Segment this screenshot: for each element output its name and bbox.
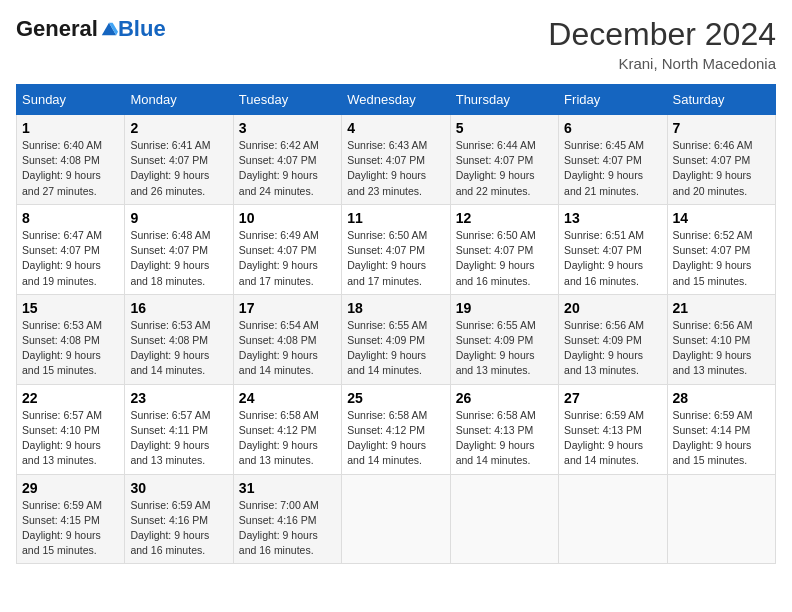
day-info: Sunrise: 6:48 AMSunset: 4:07 PMDaylight:… [130, 228, 227, 289]
calendar-cell: 18 Sunrise: 6:55 AMSunset: 4:09 PMDaylig… [342, 294, 450, 384]
calendar-cell: 28 Sunrise: 6:59 AMSunset: 4:14 PMDaylig… [667, 384, 775, 474]
day-info: Sunrise: 6:58 AMSunset: 4:13 PMDaylight:… [456, 408, 553, 469]
day-number: 7 [673, 120, 770, 136]
calendar-cell: 23 Sunrise: 6:57 AMSunset: 4:11 PMDaylig… [125, 384, 233, 474]
calendar-cell: 3 Sunrise: 6:42 AMSunset: 4:07 PMDayligh… [233, 115, 341, 205]
calendar-cell: 30 Sunrise: 6:59 AMSunset: 4:16 PMDaylig… [125, 474, 233, 564]
header-wednesday: Wednesday [342, 85, 450, 115]
day-info: Sunrise: 6:43 AMSunset: 4:07 PMDaylight:… [347, 138, 444, 199]
day-info: Sunrise: 6:54 AMSunset: 4:08 PMDaylight:… [239, 318, 336, 379]
calendar-cell: 25 Sunrise: 6:58 AMSunset: 4:12 PMDaylig… [342, 384, 450, 474]
day-number: 12 [456, 210, 553, 226]
day-number: 28 [673, 390, 770, 406]
day-number: 29 [22, 480, 119, 496]
day-number: 10 [239, 210, 336, 226]
calendar-week-1: 1 Sunrise: 6:40 AMSunset: 4:08 PMDayligh… [17, 115, 776, 205]
calendar-cell: 2 Sunrise: 6:41 AMSunset: 4:07 PMDayligh… [125, 115, 233, 205]
day-info: Sunrise: 6:59 AMSunset: 4:16 PMDaylight:… [130, 498, 227, 559]
calendar-week-3: 15 Sunrise: 6:53 AMSunset: 4:08 PMDaylig… [17, 294, 776, 384]
header-friday: Friday [559, 85, 667, 115]
calendar-cell [559, 474, 667, 564]
calendar-cell: 21 Sunrise: 6:56 AMSunset: 4:10 PMDaylig… [667, 294, 775, 384]
calendar-cell: 17 Sunrise: 6:54 AMSunset: 4:08 PMDaylig… [233, 294, 341, 384]
calendar-cell: 9 Sunrise: 6:48 AMSunset: 4:07 PMDayligh… [125, 204, 233, 294]
calendar-cell: 29 Sunrise: 6:59 AMSunset: 4:15 PMDaylig… [17, 474, 125, 564]
calendar-week-2: 8 Sunrise: 6:47 AMSunset: 4:07 PMDayligh… [17, 204, 776, 294]
day-number: 24 [239, 390, 336, 406]
calendar-cell: 7 Sunrise: 6:46 AMSunset: 4:07 PMDayligh… [667, 115, 775, 205]
day-info: Sunrise: 6:55 AMSunset: 4:09 PMDaylight:… [347, 318, 444, 379]
day-number: 31 [239, 480, 336, 496]
day-number: 16 [130, 300, 227, 316]
day-number: 2 [130, 120, 227, 136]
day-number: 27 [564, 390, 661, 406]
calendar-cell: 15 Sunrise: 6:53 AMSunset: 4:08 PMDaylig… [17, 294, 125, 384]
day-info: Sunrise: 6:59 AMSunset: 4:14 PMDaylight:… [673, 408, 770, 469]
calendar-cell: 10 Sunrise: 6:49 AMSunset: 4:07 PMDaylig… [233, 204, 341, 294]
header-saturday: Saturday [667, 85, 775, 115]
calendar-cell: 14 Sunrise: 6:52 AMSunset: 4:07 PMDaylig… [667, 204, 775, 294]
day-info: Sunrise: 6:55 AMSunset: 4:09 PMDaylight:… [456, 318, 553, 379]
calendar-cell: 27 Sunrise: 6:59 AMSunset: 4:13 PMDaylig… [559, 384, 667, 474]
calendar-cell [667, 474, 775, 564]
calendar-cell: 6 Sunrise: 6:45 AMSunset: 4:07 PMDayligh… [559, 115, 667, 205]
header-tuesday: Tuesday [233, 85, 341, 115]
day-info: Sunrise: 6:47 AMSunset: 4:07 PMDaylight:… [22, 228, 119, 289]
header-monday: Monday [125, 85, 233, 115]
day-number: 25 [347, 390, 444, 406]
calendar-cell: 22 Sunrise: 6:57 AMSunset: 4:10 PMDaylig… [17, 384, 125, 474]
calendar-week-5: 29 Sunrise: 6:59 AMSunset: 4:15 PMDaylig… [17, 474, 776, 564]
day-info: Sunrise: 6:49 AMSunset: 4:07 PMDaylight:… [239, 228, 336, 289]
month-title: December 2024 [548, 16, 776, 53]
logo: General Blue [16, 16, 166, 42]
day-number: 8 [22, 210, 119, 226]
day-info: Sunrise: 6:40 AMSunset: 4:08 PMDaylight:… [22, 138, 119, 199]
day-number: 11 [347, 210, 444, 226]
calendar-cell: 26 Sunrise: 6:58 AMSunset: 4:13 PMDaylig… [450, 384, 558, 474]
calendar-cell: 4 Sunrise: 6:43 AMSunset: 4:07 PMDayligh… [342, 115, 450, 205]
calendar-cell: 13 Sunrise: 6:51 AMSunset: 4:07 PMDaylig… [559, 204, 667, 294]
calendar-cell: 1 Sunrise: 6:40 AMSunset: 4:08 PMDayligh… [17, 115, 125, 205]
day-number: 20 [564, 300, 661, 316]
day-info: Sunrise: 6:45 AMSunset: 4:07 PMDaylight:… [564, 138, 661, 199]
day-info: Sunrise: 6:53 AMSunset: 4:08 PMDaylight:… [22, 318, 119, 379]
calendar-cell: 11 Sunrise: 6:50 AMSunset: 4:07 PMDaylig… [342, 204, 450, 294]
calendar-cell: 8 Sunrise: 6:47 AMSunset: 4:07 PMDayligh… [17, 204, 125, 294]
day-number: 3 [239, 120, 336, 136]
day-info: Sunrise: 7:00 AMSunset: 4:16 PMDaylight:… [239, 498, 336, 559]
calendar-cell [450, 474, 558, 564]
day-info: Sunrise: 6:52 AMSunset: 4:07 PMDaylight:… [673, 228, 770, 289]
location: Krani, North Macedonia [548, 55, 776, 72]
logo-blue: Blue [118, 16, 166, 42]
calendar-week-4: 22 Sunrise: 6:57 AMSunset: 4:10 PMDaylig… [17, 384, 776, 474]
day-number: 26 [456, 390, 553, 406]
calendar-cell: 24 Sunrise: 6:58 AMSunset: 4:12 PMDaylig… [233, 384, 341, 474]
calendar-cell: 20 Sunrise: 6:56 AMSunset: 4:09 PMDaylig… [559, 294, 667, 384]
day-info: Sunrise: 6:53 AMSunset: 4:08 PMDaylight:… [130, 318, 227, 379]
calendar-cell: 19 Sunrise: 6:55 AMSunset: 4:09 PMDaylig… [450, 294, 558, 384]
calendar-header-row: SundayMondayTuesdayWednesdayThursdayFrid… [17, 85, 776, 115]
day-info: Sunrise: 6:42 AMSunset: 4:07 PMDaylight:… [239, 138, 336, 199]
day-info: Sunrise: 6:51 AMSunset: 4:07 PMDaylight:… [564, 228, 661, 289]
day-info: Sunrise: 6:56 AMSunset: 4:10 PMDaylight:… [673, 318, 770, 379]
logo-icon [100, 20, 118, 38]
header: General Blue December 2024 Krani, North … [16, 16, 776, 72]
day-number: 15 [22, 300, 119, 316]
header-sunday: Sunday [17, 85, 125, 115]
calendar-cell: 16 Sunrise: 6:53 AMSunset: 4:08 PMDaylig… [125, 294, 233, 384]
day-info: Sunrise: 6:41 AMSunset: 4:07 PMDaylight:… [130, 138, 227, 199]
title-area: December 2024 Krani, North Macedonia [548, 16, 776, 72]
day-number: 17 [239, 300, 336, 316]
logo-general: General [16, 16, 98, 42]
day-number: 9 [130, 210, 227, 226]
day-number: 23 [130, 390, 227, 406]
calendar-cell: 31 Sunrise: 7:00 AMSunset: 4:16 PMDaylig… [233, 474, 341, 564]
day-number: 6 [564, 120, 661, 136]
day-number: 19 [456, 300, 553, 316]
day-number: 18 [347, 300, 444, 316]
day-info: Sunrise: 6:44 AMSunset: 4:07 PMDaylight:… [456, 138, 553, 199]
day-info: Sunrise: 6:58 AMSunset: 4:12 PMDaylight:… [347, 408, 444, 469]
day-info: Sunrise: 6:46 AMSunset: 4:07 PMDaylight:… [673, 138, 770, 199]
day-number: 5 [456, 120, 553, 136]
day-info: Sunrise: 6:57 AMSunset: 4:10 PMDaylight:… [22, 408, 119, 469]
